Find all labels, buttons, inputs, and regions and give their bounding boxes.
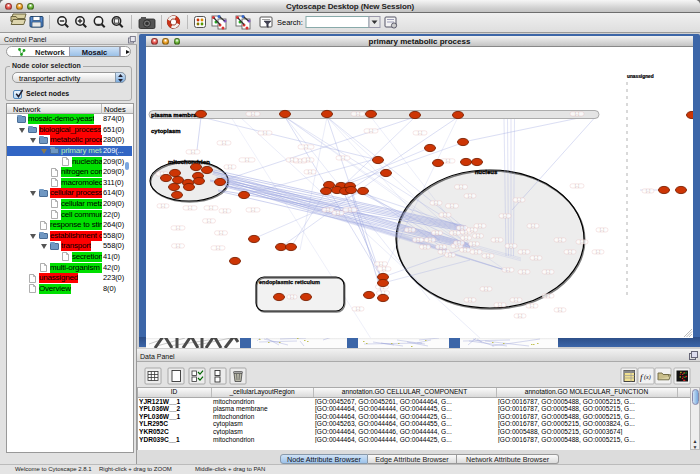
svg-text:[...]: [...] xyxy=(448,253,452,257)
svg-text:(x): (x) xyxy=(644,374,651,381)
svg-text:[...]: [...] xyxy=(457,241,461,245)
svg-text:[...]: [...] xyxy=(223,209,227,213)
svg-text:nucleus: nucleus xyxy=(475,169,498,175)
svg-text:[...]: [...] xyxy=(450,204,454,208)
svg-text:[...]: [...] xyxy=(326,208,330,212)
svg-text:[...]: [...] xyxy=(290,158,294,162)
svg-text:[...]: [...] xyxy=(522,270,526,274)
svg-text:Search:: Search: xyxy=(277,18,303,27)
svg-text:[...]: [...] xyxy=(408,228,412,232)
svg-text:[...]: [...] xyxy=(459,185,463,189)
svg-text:[...]: [...] xyxy=(369,129,373,133)
svg-text:[...]: [...] xyxy=(468,194,472,198)
svg-text:[...]: [...] xyxy=(546,294,550,298)
svg-text:[...]: [...] xyxy=(503,214,507,218)
svg-text:[...]: [...] xyxy=(580,240,584,244)
svg-text:[...]: [...] xyxy=(463,248,467,252)
svg-text:[...]: [...] xyxy=(495,238,499,242)
svg-text:[...]: [...] xyxy=(439,245,443,249)
svg-text:[...]: [...] xyxy=(534,256,538,260)
svg-text:[...]: [...] xyxy=(290,295,294,299)
svg-text:[...]: [...] xyxy=(518,314,522,318)
svg-text:[...]: [...] xyxy=(558,308,562,312)
svg-text:[...]: [...] xyxy=(522,250,526,254)
svg-text:[...]: [...] xyxy=(348,208,352,212)
svg-text:[...]: [...] xyxy=(470,228,474,232)
svg-text:[...]: [...] xyxy=(506,268,510,272)
svg-text:[...]: [...] xyxy=(453,231,457,235)
svg-text:[...]: [...] xyxy=(176,226,180,230)
svg-text:[...]: [...] xyxy=(191,150,195,154)
svg-text:[...]: [...] xyxy=(446,159,450,163)
svg-text:[...]: [...] xyxy=(464,236,468,240)
svg-text:[...]: [...] xyxy=(161,204,165,208)
svg-text:[...]: [...] xyxy=(308,170,312,174)
svg-text:[...]: [...] xyxy=(596,250,600,254)
svg-text:[...]: [...] xyxy=(575,112,579,116)
svg-text:[...]: [...] xyxy=(509,244,513,248)
svg-text:[...]: [...] xyxy=(304,145,308,149)
svg-text:[...]: [...] xyxy=(476,234,480,238)
svg-text:[...]: [...] xyxy=(600,228,604,232)
svg-text:[...]: [...] xyxy=(245,158,249,162)
svg-text:[...]: [...] xyxy=(216,246,220,250)
svg-text:[...]: [...] xyxy=(514,298,518,302)
svg-text:[...]: [...] xyxy=(306,158,310,162)
svg-text:[...]: [...] xyxy=(263,131,267,135)
svg-text:[...]: [...] xyxy=(474,250,478,254)
svg-text:[...]: [...] xyxy=(228,165,232,169)
svg-text:[...]: [...] xyxy=(423,245,427,249)
svg-text:[...]: [...] xyxy=(478,224,482,228)
svg-text:[...]: [...] xyxy=(460,226,464,230)
svg-text:endoplasmic reticulum: endoplasmic reticulum xyxy=(259,279,320,285)
svg-text:[...]: [...] xyxy=(517,198,521,202)
svg-text:[...]: [...] xyxy=(443,213,447,217)
svg-text:[...]: [...] xyxy=(176,244,180,248)
svg-text:[...]: [...] xyxy=(251,208,255,212)
svg-text:[...]: [...] xyxy=(568,250,572,254)
svg-text:[...]: [...] xyxy=(341,156,345,160)
svg-text:[...]: [...] xyxy=(298,159,302,163)
svg-text:[...]: [...] xyxy=(468,298,472,302)
svg-text:[...]: [...] xyxy=(486,254,490,258)
svg-text:unassigned: unassigned xyxy=(627,74,654,79)
svg-text:[...]: [...] xyxy=(219,231,223,235)
svg-text:[...]: [...] xyxy=(498,303,502,307)
svg-text:[...]: [...] xyxy=(484,287,488,291)
svg-text:[...]: [...] xyxy=(251,112,255,116)
svg-text:[...]: [...] xyxy=(188,206,192,210)
svg-text:[...]: [...] xyxy=(546,270,550,274)
svg-text:[...]: [...] xyxy=(356,307,360,311)
svg-text:[...]: [...] xyxy=(209,206,213,210)
svg-text:[...]: [...] xyxy=(379,262,383,266)
svg-text:[...]: [...] xyxy=(356,112,360,116)
svg-text:[...]: [...] xyxy=(472,242,476,246)
svg-text:[...]: [...] xyxy=(531,224,535,228)
svg-text:[...]: [...] xyxy=(336,211,340,215)
svg-text:[...]: [...] xyxy=(416,238,420,242)
svg-text:mitochondrion: mitochondrion xyxy=(168,159,210,165)
svg-text:[...]: [...] xyxy=(575,184,579,188)
svg-text:[...]: [...] xyxy=(428,238,432,242)
svg-text:[...]: [...] xyxy=(434,201,438,205)
svg-text:[...]: [...] xyxy=(382,267,386,271)
svg-text:[...]: [...] xyxy=(558,238,562,242)
svg-text:[...]: [...] xyxy=(435,231,439,235)
svg-text:[...]: [...] xyxy=(418,131,422,135)
svg-text:cytoplasm: cytoplasm xyxy=(151,128,181,134)
svg-text:[...]: [...] xyxy=(207,219,211,223)
svg-text:[...]: [...] xyxy=(222,141,226,145)
svg-text:[...]: [...] xyxy=(646,189,650,193)
svg-text:[...]: [...] xyxy=(530,304,534,308)
